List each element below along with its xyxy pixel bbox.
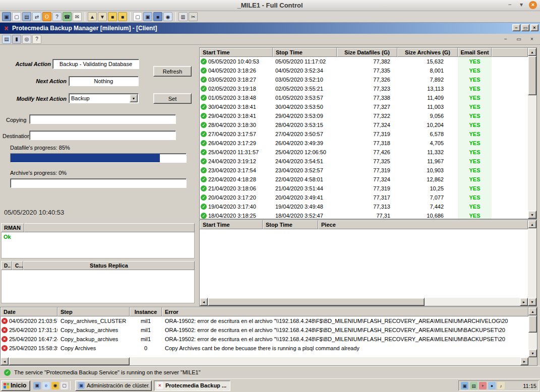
table-row[interactable]: ×04/05/2020 21:03:57Copy_archives_CLUSTE…	[1, 316, 528, 325]
destination-field[interactable]	[29, 130, 176, 140]
rman-list[interactable]: Ok	[1, 232, 195, 258]
table-row[interactable]: ✓05/05/2020 10:40:5305/05/2020 11:17:027…	[200, 57, 528, 66]
file-manager-icon[interactable]: ▥	[178, 12, 188, 21]
app-titlebar[interactable]: × Protecmedia Backup Manager [milenium] …	[0, 23, 540, 34]
clipboard-receive-icon[interactable]: ▼	[98, 12, 107, 21]
column-header[interactable]: Start Time	[200, 220, 263, 229]
start-button[interactable]: Inicio	[1, 380, 30, 391]
refresh-button[interactable]: Refresh	[153, 66, 192, 77]
tray-shield-icon[interactable]: +	[479, 382, 487, 389]
scroll-track[interactable]	[528, 228, 536, 298]
replica-column-c[interactable]: C...	[12, 261, 23, 270]
scroll-down-icon[interactable]: ▼	[528, 211, 536, 219]
folder-receive-icon[interactable]: ■	[118, 12, 127, 21]
copying-field[interactable]	[29, 114, 176, 124]
mdi-restore-button[interactable]: ▭	[515, 35, 523, 42]
table-row[interactable]: ✓01/05/2020 3:18:4801/05/2020 3:53:5777,…	[200, 93, 528, 102]
table-row[interactable]: ✓25/04/2020 11:31:5725/04/2020 12:06:507…	[200, 148, 528, 157]
viewer-close-button[interactable]: ×	[529, 1, 537, 9]
column-header[interactable]: Size Datafiles (G)	[337, 48, 397, 57]
remote-info-icon[interactable]: ?	[52, 12, 62, 21]
error-log-hscrollbar[interactable]: ◄ ►	[1, 357, 528, 365]
file-transfer-icon[interactable]: ⇄	[32, 12, 41, 21]
scroll-up-icon[interactable]: ▲	[528, 307, 537, 315]
column-header[interactable]: Piece	[318, 220, 528, 229]
internet-icon[interactable]: e	[42, 382, 50, 389]
taskbar-task-button[interactable]: ▣Administración de clúster...	[75, 380, 152, 391]
table-row[interactable]: ✓26/04/2020 3:17:2926/04/2020 3:49:3977,…	[200, 139, 528, 148]
scroll-left-icon[interactable]: ◄	[200, 298, 208, 306]
actual-action-field[interactable]: Backup - Validating Database	[52, 59, 139, 69]
window-mode-icon[interactable]: ▢	[133, 12, 142, 21]
scroll-right-icon[interactable]: ►	[520, 357, 528, 365]
scroll-up-icon[interactable]: ▲	[528, 220, 536, 228]
modify-next-action-select[interactable]: Backup ▼	[69, 93, 139, 103]
table-row[interactable]: ✓20/04/2020 3:17:2020/04/2020 3:49:4177,…	[200, 193, 528, 202]
scroll-down-icon[interactable]: ▼	[528, 298, 536, 306]
set-button[interactable]: Set	[153, 93, 192, 104]
table-row[interactable]: ✓29/04/2020 3:18:4129/04/2020 3:53:0977,…	[200, 111, 528, 120]
column-header[interactable]: Date	[1, 307, 57, 316]
view-report-icon[interactable]: ▤	[2, 35, 11, 44]
table-row[interactable]: ✓27/04/2020 3:17:5727/04/2020 3:50:5777,…	[200, 129, 528, 139]
full-screen-icon[interactable]: ▢	[12, 12, 21, 21]
column-header[interactable]: Step	[57, 307, 130, 316]
window-maximize-icon[interactable]: ▣	[143, 12, 152, 21]
column-header[interactable]: Stop Time	[273, 48, 337, 57]
screen-scale-icon[interactable]: ▤	[22, 12, 31, 21]
replica-column-d[interactable]: D..	[1, 261, 12, 270]
table-row[interactable]: ×25/04/2020 15:58:39Copy Archives0Copy A…	[1, 344, 528, 353]
app-close-button[interactable]: ×	[530, 24, 538, 31]
column-header[interactable]: Email Sent	[458, 48, 492, 57]
show-desktop-icon[interactable]: ▢	[61, 382, 68, 389]
replica-column-status[interactable]: Status Replica	[23, 261, 195, 270]
clipboard-send-icon[interactable]: ▲	[88, 12, 97, 21]
mdi-minimize-button[interactable]: −	[502, 35, 510, 42]
chevron-down-icon[interactable]: ▼	[130, 94, 138, 102]
table-row[interactable]: ✓21/04/2020 3:18:0621/04/2020 3:51:4477,…	[200, 184, 528, 193]
tray-display-icon[interactable]: ▣	[461, 382, 468, 389]
chat-icon[interactable]: ✉	[73, 12, 82, 21]
scroll-track[interactable]	[208, 298, 520, 306]
scroll-right-icon[interactable]: ►	[520, 298, 528, 306]
error-log-vscrollbar[interactable]: ▲ ▼	[528, 307, 537, 357]
screenshot-icon[interactable]: ◉	[163, 12, 172, 21]
viewer-titlebar[interactable]: _MILE1 - Full Control − ▾ ×	[0, 0, 540, 11]
piece-table-vscrollbar[interactable]: ▲ ▼	[528, 220, 536, 306]
replica-list[interactable]	[1, 270, 195, 303]
column-header[interactable]: Size Archives (G)	[397, 48, 458, 57]
piece-table-hscrollbar[interactable]: ◄ ►	[200, 298, 528, 306]
viewer-restore-button[interactable]: ▾	[517, 1, 525, 9]
column-header[interactable]: Stop Time	[263, 220, 318, 229]
call-icon[interactable]: ☎	[63, 12, 72, 21]
column-header[interactable]: Error	[162, 307, 528, 316]
table-row[interactable]: ✓28/04/2020 3:18:3028/04/2020 3:53:1577,…	[200, 120, 528, 129]
table-row[interactable]: ×25/04/2020 16:47:24Copy_backup_archives…	[1, 335, 528, 344]
tray-update-icon[interactable]: ●	[488, 382, 496, 389]
table-row[interactable]: ✓19/04/2020 3:17:4019/04/2020 3:49:4877,…	[200, 202, 528, 211]
folder-send-icon[interactable]: ■	[108, 12, 117, 21]
column-header[interactable]: Instance	[130, 307, 162, 316]
scroll-thumb[interactable]	[9, 357, 130, 365]
table-row[interactable]: ✓24/04/2020 3:19:1224/04/2020 3:54:5177,…	[200, 157, 528, 166]
column-header[interactable]: Start Time	[200, 48, 273, 57]
scroll-left-icon[interactable]: ◄	[1, 357, 9, 365]
rman-column-header[interactable]: RMAN	[1, 223, 24, 232]
taskbar-task-button[interactable]: ×Protecmedia Backup ...	[154, 380, 230, 391]
next-action-field[interactable]: Nothing	[69, 76, 139, 86]
app-maximize-button[interactable]: ▭	[521, 24, 529, 31]
scroll-thumb[interactable]	[528, 56, 536, 95]
scroll-track[interactable]	[9, 357, 520, 365]
scroll-thumb[interactable]	[528, 315, 537, 333]
help-icon[interactable]: ?	[32, 35, 41, 44]
cluster-admin-icon[interactable]: ▣	[33, 382, 41, 389]
scroll-track[interactable]	[528, 315, 537, 349]
tools-icon[interactable]: ✂	[189, 12, 198, 21]
scroll-down-icon[interactable]: ▼	[528, 349, 537, 357]
table-row[interactable]: ✓04/05/2020 3:18:2604/05/2020 3:52:3477,…	[200, 66, 528, 75]
scroll-thumb[interactable]	[208, 298, 425, 306]
table-row[interactable]: ✓23/04/2020 3:17:5423/04/2020 3:52:5777,…	[200, 166, 528, 175]
tray-network-icon[interactable]: ▤	[470, 382, 477, 389]
table-row[interactable]: ✓03/05/2020 3:18:2703/05/2020 3:52:1077,…	[200, 75, 528, 84]
print-preview-icon[interactable]: ◎	[22, 35, 31, 44]
